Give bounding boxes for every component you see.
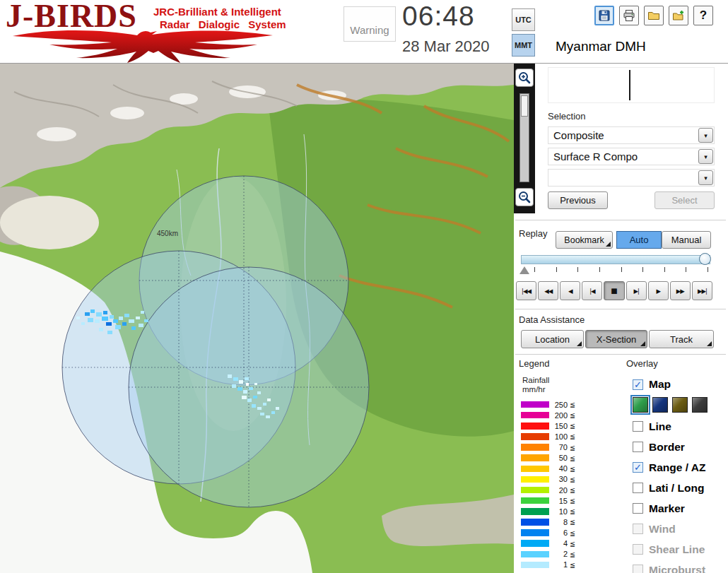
legend-row: 8≦ — [521, 516, 586, 527]
map-color-swatch-green[interactable] — [633, 397, 648, 413]
map-color-swatches — [633, 394, 727, 416]
divider — [515, 309, 726, 309]
print-button[interactable] — [619, 6, 639, 25]
track-button[interactable]: Track — [649, 330, 714, 348]
overlay-panel: ✓ Map Line Border ✓ Range / AZ Lati / Lo… — [633, 375, 727, 573]
overlay-label: Overlay — [626, 358, 658, 369]
data-assistance-label: Data Assistance — [519, 314, 585, 325]
legend-color-bar — [521, 401, 549, 408]
playback-skip-to-end[interactable]: ▶▶| — [692, 281, 712, 300]
playback-skip-to-start[interactable]: |◀◀ — [516, 281, 536, 300]
map-checkbox[interactable]: ✓ — [633, 379, 643, 390]
save-button[interactable] — [594, 6, 614, 25]
legend-row: 2≦ — [521, 549, 586, 560]
legend-scale: 250≦ 200≦ 150≦ 100≦ 70≦ 50≦ 40≦ 30≦ 20≦ … — [521, 399, 586, 570]
bookmark-button[interactable]: Bookmark — [556, 231, 613, 249]
xsection-button[interactable]: X-Section — [585, 330, 647, 348]
range-az-checkbox[interactable]: ✓ — [633, 462, 643, 473]
legend-color-bar — [521, 519, 549, 526]
playback-play[interactable]: ▶ — [648, 281, 669, 300]
range-label: 450km — [157, 230, 178, 237]
divider — [515, 220, 726, 220]
overlay-item-marker[interactable]: Marker — [633, 498, 727, 519]
auto-button[interactable]: Auto — [616, 231, 662, 249]
legend-color-bar — [521, 487, 549, 494]
chevron-down-icon[interactable]: ▾ — [698, 170, 713, 185]
open-file-button[interactable] — [644, 6, 664, 25]
legend-row: 1≦ — [521, 560, 586, 570]
floppy-disk-icon — [598, 9, 611, 22]
overlay-item-line[interactable]: Line — [633, 416, 727, 437]
playback-play-reverse[interactable]: ◀ — [560, 281, 580, 300]
composite-dropdown-value: Composite — [553, 129, 604, 141]
overlay-item-map[interactable]: ✓ Map — [633, 375, 727, 394]
replay-timeline-thumb[interactable] — [699, 253, 711, 265]
add-image-icon — [672, 9, 685, 22]
legend-row: 50≦ — [521, 453, 586, 463]
timezone-utc-button[interactable]: UTC — [512, 8, 535, 31]
border-checkbox[interactable] — [633, 442, 643, 452]
map-canvas[interactable]: 450km — [0, 64, 514, 573]
lati-long-checkbox[interactable] — [633, 483, 643, 493]
eagle-logo-icon — [6, 26, 278, 63]
legend-row: 40≦ — [521, 463, 586, 474]
zoom-out-button[interactable] — [515, 188, 534, 206]
marker-checkbox[interactable] — [633, 503, 643, 514]
product-dropdown[interactable]: Surface R Compo ▾ — [548, 148, 715, 165]
chevron-down-icon[interactable]: ▾ — [698, 128, 713, 143]
legend-color-bar — [521, 551, 549, 558]
product-dropdown-value: Surface R Compo — [553, 150, 638, 163]
help-button[interactable]: ? — [693, 6, 713, 25]
playback-fast-forward[interactable]: ▶▶ — [670, 281, 691, 300]
map-color-swatch-olive[interactable] — [672, 397, 688, 413]
header: J-BIRDS JRC-Brilliant & Intelligent Rada… — [0, 0, 728, 64]
legend-unit-line1: Rainfall — [522, 376, 549, 384]
manual-button[interactable]: Manual — [662, 231, 711, 249]
export-image-button[interactable] — [669, 6, 688, 25]
legend-row: 15≦ — [521, 495, 586, 506]
legend-color-bar — [521, 562, 549, 569]
magnifier-minus-icon — [517, 190, 532, 204]
selection-label: Selection — [548, 111, 585, 122]
overlay-item-range-az[interactable]: ✓ Range / AZ — [633, 457, 727, 478]
divider — [515, 354, 726, 355]
warning-indicator[interactable]: Warning — [344, 6, 396, 42]
logo-tagline-1: JRC-Brilliant & Intelligent — [153, 6, 281, 18]
playback-fast-rewind[interactable]: ◀◀ — [538, 281, 558, 300]
map-color-swatch-gray[interactable] — [692, 397, 708, 413]
clock-time: 06:48 — [402, 1, 475, 32]
chevron-down-icon[interactable]: ▾ — [698, 149, 713, 164]
legend-row: 4≦ — [521, 538, 586, 549]
level-dropdown[interactable]: ▾ — [548, 169, 715, 187]
legend-row: 30≦ — [521, 474, 586, 485]
playback-step-forward[interactable]: ▶| — [626, 281, 647, 300]
zoom-slider-thumb[interactable] — [521, 95, 528, 117]
line-checkbox[interactable] — [633, 421, 643, 432]
replay-start-marker[interactable] — [519, 266, 529, 274]
location-button[interactable]: Location — [521, 330, 584, 348]
question-mark-icon: ? — [700, 8, 707, 23]
composite-dropdown[interactable]: Composite ▾ — [548, 126, 715, 144]
map-color-swatch-navy[interactable] — [652, 397, 668, 413]
zoom-in-button[interactable] — [515, 69, 534, 87]
legend-label: Legend — [519, 358, 549, 369]
previous-button[interactable]: Previous — [548, 191, 608, 209]
text-entry-area[interactable] — [548, 67, 715, 103]
playback-step-back[interactable]: |◀ — [582, 281, 602, 300]
legend-color-bar — [521, 412, 549, 419]
overlay-item-border[interactable]: Border — [633, 437, 727, 457]
text-caret — [629, 70, 630, 100]
overlay-item-lati-long[interactable]: Lati / Long — [633, 478, 727, 498]
replay-timeline-track[interactable] — [521, 255, 710, 264]
zoom-slider[interactable] — [519, 93, 529, 182]
timezone-mmt-button[interactable]: MMT — [512, 34, 535, 57]
shear-line-checkbox — [633, 544, 643, 555]
replay-timeline-ticks — [534, 267, 708, 272]
playback-stop[interactable]: ■ — [604, 281, 624, 300]
legend-color-bar — [521, 540, 549, 547]
overlay-item-shear-line: Shear Line — [633, 539, 727, 560]
check-icon: ✓ — [634, 380, 642, 389]
replay-label: Replay — [519, 228, 547, 239]
legend-color-bar — [521, 454, 549, 461]
printer-icon — [623, 9, 635, 22]
